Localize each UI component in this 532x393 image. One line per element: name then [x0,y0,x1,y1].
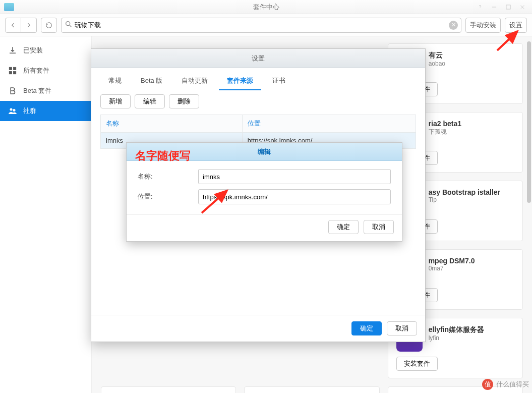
svg-rect-2 [9,67,12,70]
ok-button[interactable]: 确定 [328,220,359,234]
svg-point-6 [10,108,13,111]
cancel-button[interactable]: 取消 [387,321,417,335]
dialog-tabs: 常规 Beta 版 自动更新 套件来源 证书 [91,68,425,90]
location-label: 位置: [138,192,198,201]
svg-line-13 [497,31,517,50]
package-author: 0ma7 [429,265,475,272]
community-icon [8,106,17,116]
sidebar-item-community[interactable]: 社群 [0,101,91,121]
tab-autoupdate[interactable]: 自动更新 [173,72,216,90]
package-title: ria2 beta1 [429,120,461,128]
sidebar-item-installed[interactable]: 已安装 [0,40,91,61]
toolbar: ✕ 手动安装 设置 [0,14,532,36]
annotation-arrow-icon [494,28,524,53]
annotation-text: 名字随便写 [135,148,191,163]
ok-button[interactable]: 确定 [351,321,382,335]
back-button[interactable] [5,18,21,33]
name-label: 名称: [138,172,198,181]
sidebar-item-label: 所有套件 [23,66,49,75]
edit-button[interactable]: 编辑 [135,94,165,108]
svg-rect-5 [14,72,16,74]
tab-cert[interactable]: 证书 [264,72,293,90]
add-button[interactable]: 新增 [100,94,131,108]
svg-line-12 [202,191,227,213]
sidebar-item-all[interactable]: 所有套件 [0,61,91,81]
sidebar-item-label: Beta 套件 [23,86,51,95]
package-author: aobao [429,60,445,67]
download-icon [8,46,17,55]
col-header-location[interactable]: 位置 [243,115,416,132]
window-title: 套件中心 [0,3,532,12]
svg-point-1 [66,22,70,26]
sidebar: 已安装 所有套件 Beta 套件 社群 [0,36,92,393]
dialog-title: 设置 [91,49,425,68]
svg-rect-3 [14,67,16,70]
package-title: ellyfin媒体服务器 [429,325,484,334]
cancel-button[interactable]: 取消 [364,220,394,234]
col-header-name[interactable]: 名称 [101,115,243,132]
package-title: asy Bootstrap istaller [429,188,500,196]
refresh-button[interactable] [41,18,57,33]
watermark-text: 什么值得买 [496,380,529,389]
titlebar: 套件中心 [0,0,532,14]
package-title: mpeg DSM7.0 [429,257,475,265]
sidebar-item-beta[interactable]: Beta 套件 [0,81,91,101]
search-icon [65,20,75,30]
search-box: ✕ [61,18,461,33]
scrollbar[interactable] [527,36,531,393]
install-button[interactable]: 安装套件 [396,357,438,371]
package-author: 下孤魂 [429,128,461,136]
watermark: 值 什么值得买 [482,379,529,390]
grid-icon [8,66,17,75]
clear-search-icon[interactable]: ✕ [449,21,458,30]
sidebar-item-label: 社群 [23,106,36,116]
delete-button[interactable]: 删除 [169,94,199,108]
tab-source[interactable]: 套件来源 [219,72,261,90]
svg-point-7 [13,109,16,111]
package-author: Tip [429,196,500,203]
package-card[interactable]: NPS服务器 cnlh [244,386,379,393]
package-card[interactable]: npc客户端 cnlh [101,386,236,393]
tab-general[interactable]: 常规 [100,72,130,90]
tab-beta[interactable]: Beta 版 [133,72,170,90]
annotation-arrow-icon [197,188,237,218]
svg-rect-4 [9,72,12,74]
name-input[interactable] [198,169,391,184]
beta-icon [8,86,17,95]
forward-button[interactable] [21,18,37,33]
search-input[interactable] [75,19,449,32]
package-title: 有云 [429,51,445,60]
watermark-icon: 值 [482,379,493,390]
sidebar-item-label: 已安装 [23,46,43,55]
package-author: lyfin [429,334,484,342]
